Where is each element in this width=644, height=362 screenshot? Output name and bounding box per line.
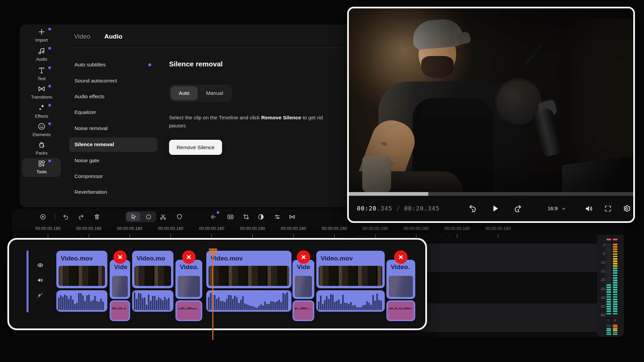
settings-button[interactable]: [621, 202, 633, 215]
audio-tool-audio-effects[interactable]: Audio effects: [69, 89, 158, 104]
sidebar-item-effects[interactable]: Effects: [22, 103, 61, 121]
audio-tool-auto-subtitles[interactable]: Auto subtitles: [69, 58, 158, 72]
mode-manual-button[interactable]: Manual: [199, 86, 230, 100]
clip-silence-waveform[interactable]: [175, 300, 202, 321]
meter-segment: [613, 289, 618, 291]
meter-segment: [606, 284, 611, 286]
sidebar-item-packs[interactable]: Packs: [22, 139, 61, 158]
clip-silence[interactable]: Video.: [386, 260, 415, 299]
delete-clip-button[interactable]: [297, 250, 310, 264]
record-icon[interactable]: [37, 211, 49, 223]
clip-video[interactable]: Video.mov: [206, 251, 291, 288]
clip-audio-waveform[interactable]: [132, 290, 173, 312]
delete-icon[interactable]: [91, 211, 103, 223]
ruler-minor-tick: [514, 235, 515, 236]
mode-auto-button[interactable]: Auto: [171, 86, 198, 100]
meter-segment: [613, 284, 618, 286]
ruler-minor-tick: [56, 235, 56, 236]
sidebar-item-text[interactable]: Text: [22, 65, 61, 84]
clip-silence[interactable]: Video.: [175, 260, 202, 299]
audio-tool-noise-removal[interactable]: Noise removal: [69, 121, 158, 136]
captions-icon[interactable]: [225, 211, 236, 223]
clip-silence[interactable]: Vide: [110, 260, 130, 299]
ruler-minor-tick: [260, 235, 261, 236]
clip-silence-waveform[interactable]: [386, 300, 415, 321]
sidebar-item-import[interactable]: Import: [22, 26, 61, 45]
clip-audio-waveform[interactable]: [56, 290, 107, 312]
audio-tool-sound-autocorrect[interactable]: Sound autocorrect: [69, 74, 158, 88]
audio-tool-equalizer[interactable]: Equalizer: [69, 105, 158, 120]
transition-icon[interactable]: [286, 211, 298, 223]
track-volume-button[interactable]: [36, 276, 45, 285]
sidebar-item-label: Text: [22, 76, 61, 81]
video-frame[interactable]: [349, 8, 633, 192]
safe-area-icon[interactable]: [174, 211, 185, 223]
aspect-ratio-button[interactable]: 16:9: [542, 202, 572, 215]
ruler-minor-tick: [326, 235, 327, 236]
adjust-icon[interactable]: [272, 211, 283, 223]
mini-meter-segment: [613, 334, 618, 335]
redo-icon[interactable]: [75, 211, 87, 223]
meter-segment: [613, 313, 618, 315]
cut-icon[interactable]: [157, 211, 169, 223]
clip-filmstrip: [209, 266, 289, 286]
clip-video[interactable]: Video.mo: [132, 251, 173, 288]
meter-tick-column: [605, 244, 606, 316]
skip-back-1s-button[interactable]: 1: [466, 202, 478, 215]
playhead-handle[interactable]: [208, 248, 218, 259]
meter-scale-label: -60: [597, 313, 605, 317]
delete-clip-button[interactable]: [113, 250, 127, 264]
player-progress-bar[interactable]: [349, 192, 633, 196]
clip-video[interactable]: Video.mov: [316, 251, 385, 288]
snap-icon[interactable]: [143, 211, 154, 223]
play-button[interactable]: [489, 202, 501, 215]
audio-tool-reverberation[interactable]: Reverberation: [69, 185, 158, 199]
volume-button[interactable]: [583, 202, 595, 215]
ruler-minor-tick: [23, 235, 24, 236]
meter-segment: [613, 308, 618, 310]
meter-segment: [606, 256, 611, 257]
meter-segment: [606, 294, 611, 296]
sidebar-item-elements[interactable]: Elements: [22, 121, 61, 140]
meter-segment: [606, 270, 611, 272]
clip-silence-waveform[interactable]: [292, 300, 314, 321]
audio-levels-icon[interactable]: [208, 211, 219, 223]
meter-scale-label: -50: [597, 304, 605, 308]
audio-tool-compressor[interactable]: Compressor: [69, 169, 158, 184]
select-icon[interactable]: [127, 211, 139, 223]
ruler-major-tick: [170, 234, 171, 238]
clip-video[interactable]: Video.mov: [56, 251, 107, 288]
sidebar-item-transitions[interactable]: Transitions: [22, 83, 61, 102]
clip-silence[interactable]: Vide: [292, 260, 314, 299]
delete-clip-button[interactable]: [182, 250, 196, 264]
remove-silence-button[interactable]: Remove Silence: [169, 140, 222, 155]
clip-audio-waveform[interactable]: [206, 290, 291, 312]
new-badge-dot: [48, 66, 51, 69]
contrast-icon[interactable]: [255, 211, 267, 223]
fullscreen-button[interactable]: [602, 202, 614, 215]
tab-audio[interactable]: Audio: [104, 33, 122, 40]
track-visibility-button[interactable]: [36, 260, 45, 270]
delete-clip-button[interactable]: [394, 250, 408, 264]
audio-tool-noise-gate[interactable]: Noise gate: [69, 154, 158, 168]
crop-icon[interactable]: [240, 211, 252, 223]
meter-scale-label: 0: [597, 243, 605, 247]
sidebar-item-tools[interactable]: Tools: [22, 158, 61, 177]
toolbar-divider: [55, 213, 55, 220]
track-mute-button[interactable]: [36, 291, 45, 300]
sidebar-item-audio[interactable]: Audio: [22, 46, 61, 64]
meter-segment: [613, 280, 618, 281]
clip-silence-waveform[interactable]: [110, 300, 130, 321]
audio-tool-silence-removal[interactable]: Silence removal: [69, 137, 158, 152]
clip-audio-waveform[interactable]: [316, 290, 385, 312]
tab-video[interactable]: Video: [74, 33, 90, 40]
meter-segment: [606, 308, 611, 310]
meter-segment: [606, 310, 611, 312]
meter-segment: [613, 251, 618, 252]
ruler-minor-tick: [351, 235, 351, 236]
meter-segment: [613, 258, 618, 260]
skip-forward-1s-button[interactable]: 1: [512, 202, 524, 215]
audio-level-meter: 0-5-10-15-20-30-40-50-60LR: [597, 235, 624, 337]
undo-icon[interactable]: [60, 211, 71, 223]
ruler-major-tick: [498, 234, 498, 238]
